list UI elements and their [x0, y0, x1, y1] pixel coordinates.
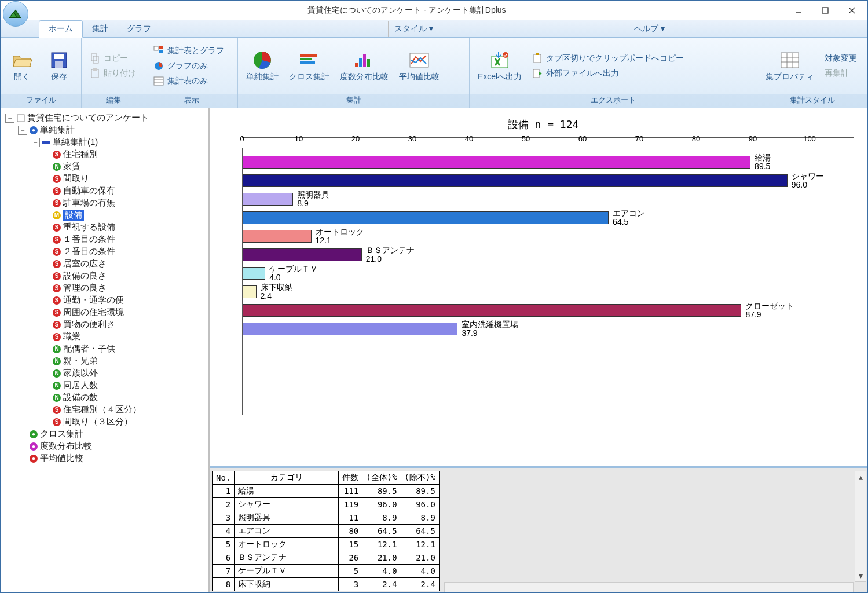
svg-rect-24 — [363, 54, 366, 67]
window-title: 賃貸住宅についてのアンケート - アンケート集計Dplus — [28, 5, 785, 16]
tree-item[interactable]: S自動車の保有 — [5, 185, 208, 197]
svg-rect-12 — [159, 46, 163, 49]
table-row[interactable]: 4エアコン8064.564.5 — [213, 525, 440, 538]
tree-panel[interactable]: −賃貸住宅についてのアンケート −●単純集計 −単純集計(1) S住宅種別N家賃… — [1, 108, 209, 593]
view-table-graph[interactable]: 集計表とグラフ — [150, 44, 228, 58]
tree-item[interactable]: S買物の便利さ — [5, 319, 208, 331]
tree-item[interactable]: S管理の良さ — [5, 282, 208, 294]
svg-rect-1 — [822, 8, 828, 13]
chart-bar: クローゼット87.9 — [242, 301, 854, 319]
svg-rect-11 — [154, 46, 158, 50]
table-area: No.カテゴリ件数(全体)%(除不)%1給湯11189.589.52シャワー11… — [210, 466, 867, 593]
properties-button[interactable]: 集プロパティ — [762, 47, 818, 85]
svg-rect-7 — [91, 54, 97, 61]
chart-bar: オートロック12.1 — [242, 226, 854, 245]
svg-rect-8 — [93, 56, 98, 63]
x-axis: 0102030405060708090100 — [242, 137, 854, 148]
mean-compare-button[interactable]: 平均値比較 — [395, 47, 443, 85]
tree-item[interactable]: S住宅種別 — [5, 148, 208, 160]
simple-agg-button[interactable]: 単純集計 — [243, 47, 282, 85]
svg-rect-30 — [536, 53, 539, 55]
table-row[interactable]: 8床下収納32.42.4 — [213, 578, 440, 591]
view-graph-only[interactable]: グラフのみ — [150, 59, 228, 73]
freq-dist-button[interactable]: 度数分布比較 — [336, 47, 392, 85]
close-button[interactable] — [838, 2, 865, 19]
excel-export-button[interactable]: Excelへ出力 — [474, 47, 525, 85]
chart-bar: 給湯89.5 — [242, 152, 854, 171]
tab-aggregate[interactable]: 集計 — [83, 21, 118, 37]
tree-simple[interactable]: −●単純集計 — [5, 124, 208, 136]
tree-item[interactable]: S周囲の住宅環境 — [5, 306, 208, 319]
minimize-button[interactable] — [785, 2, 812, 19]
svg-rect-23 — [359, 58, 362, 67]
tree-mean[interactable]: ●平均値比較 — [5, 452, 208, 464]
tree-item[interactable]: N同居人数 — [5, 379, 208, 391]
table-row[interactable]: 6ＢＳアンテナ2621.021.0 — [213, 551, 440, 565]
menu-help[interactable]: ヘルプ ▾ — [628, 21, 867, 37]
svg-rect-10 — [93, 68, 97, 71]
save-button[interactable]: 保存 — [42, 47, 76, 85]
menu-style[interactable]: スタイル ▾ — [388, 21, 628, 37]
data-table: No.カテゴリ件数(全体)%(除不)%1給湯11189.589.52シャワー11… — [212, 471, 440, 591]
menubar: ホーム 集計 グラフ スタイル ▾ ヘルプ ▾ — [1, 20, 867, 38]
copy-button[interactable]: コピー — [86, 52, 140, 65]
tree-item[interactable]: N親・兄弟 — [5, 355, 208, 367]
tree-item[interactable]: N家族以外 — [5, 367, 208, 379]
tree-item[interactable]: S１番目の条件 — [5, 233, 208, 246]
svg-rect-20 — [300, 58, 312, 60]
svg-rect-15 — [154, 77, 163, 85]
tree-item[interactable]: S間取り — [5, 173, 208, 185]
table-row[interactable]: 2シャワー11996.096.0 — [213, 498, 440, 511]
chart-bar: 室内洗濯機置場37.9 — [242, 319, 854, 338]
horizontal-scrollbar[interactable] — [444, 582, 854, 592]
svg-rect-13 — [159, 50, 163, 53]
svg-rect-22 — [355, 63, 358, 67]
table-row[interactable]: 5オートロック1512.112.1 — [213, 538, 440, 551]
svg-rect-5 — [54, 54, 64, 59]
svg-rect-29 — [534, 54, 541, 63]
tree-root[interactable]: −賃貸住宅についてのアンケート — [5, 112, 208, 124]
tree-item[interactable]: N設備の数 — [5, 391, 208, 404]
reaggregate-button[interactable]: 再集計 — [821, 67, 860, 80]
tree-item[interactable]: S設備の良さ — [5, 270, 208, 282]
chart-bar: ケーブルＴＶ4.0 — [242, 263, 854, 282]
tree-freq[interactable]: ●度数分布比較 — [5, 440, 208, 452]
change-target-button[interactable]: 対象変更 — [821, 52, 860, 65]
maximize-button[interactable] — [812, 2, 838, 19]
tree-item[interactable]: N家賃 — [5, 160, 208, 173]
table-row[interactable]: 1給湯11189.589.5 — [213, 485, 440, 498]
table-row[interactable]: 3照明器具118.98.9 — [213, 511, 440, 525]
tree-item[interactable]: S通勤・通学の便 — [5, 294, 208, 306]
open-button[interactable]: 開く — [5, 47, 39, 85]
tree-cross[interactable]: ●クロス集計 — [5, 428, 208, 440]
group-file-label: ファイル — [1, 94, 81, 108]
svg-rect-27 — [492, 56, 508, 68]
vertical-scrollbar[interactable]: ▴▾ — [855, 471, 866, 582]
chart-bar: ＢＳアンテナ21.0 — [242, 245, 854, 263]
tree-item[interactable]: S居室の広さ — [5, 258, 208, 270]
clipboard-export-button[interactable]: タブ区切りでクリップボードへコピー — [529, 52, 687, 65]
tab-graph[interactable]: グラフ — [118, 21, 160, 37]
tree-item[interactable]: M設備 — [5, 209, 208, 221]
tree-item[interactable]: N配偶者・子供 — [5, 343, 208, 355]
file-export-button[interactable]: 外部ファイルへ出力 — [529, 67, 687, 80]
svg-rect-37 — [17, 115, 24, 122]
chart-bar: エアコン64.5 — [242, 208, 854, 226]
svg-rect-25 — [367, 59, 370, 67]
paste-button[interactable]: 貼り付け — [86, 67, 140, 80]
svg-rect-31 — [533, 69, 539, 78]
tree-item[interactable]: S重視する設備 — [5, 221, 208, 233]
tree-item[interactable]: S住宅種別（４区分） — [5, 404, 208, 416]
view-table-only[interactable]: 集計表のみ — [150, 74, 228, 88]
tab-home[interactable]: ホーム — [39, 20, 83, 38]
cross-agg-button[interactable]: クロス集計 — [285, 47, 333, 85]
ribbon: 開く 保存 ファイル コピー 貼り付け 編集 集計表とグラフ グラフのみ 集計表… — [1, 38, 867, 108]
svg-rect-9 — [91, 69, 98, 78]
chart-bar: 照明器具8.9 — [242, 189, 854, 208]
tree-simple1[interactable]: −単純集計(1) — [5, 136, 208, 148]
tree-item[interactable]: S２番目の条件 — [5, 246, 208, 258]
table-row[interactable]: 7ケーブルＴＶ54.04.0 — [213, 565, 440, 578]
tree-item[interactable]: S間取り（３区分） — [5, 416, 208, 428]
tree-item[interactable]: S駐車場の有無 — [5, 197, 208, 209]
tree-item[interactable]: S職業 — [5, 331, 208, 343]
